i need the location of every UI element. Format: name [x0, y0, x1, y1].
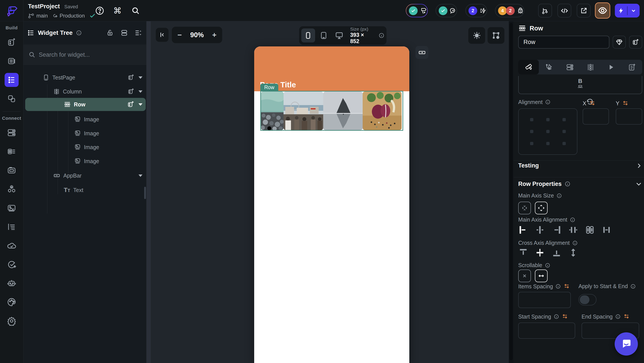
add-widget-button[interactable] [629, 36, 642, 49]
main-axis-size-max-button[interactable] [535, 202, 548, 214]
tab-documentation[interactable] [622, 60, 642, 74]
cross-align-end-icon[interactable] [552, 248, 562, 258]
lint-status-pill[interactable]: 2 [466, 4, 487, 17]
support-chat-button[interactable] [615, 332, 638, 356]
info-icon[interactable] [556, 284, 561, 289]
tree-row-image[interactable]: Image [24, 113, 146, 126]
light-mode-toggle[interactable] [468, 27, 485, 44]
database-nav-icon[interactable] [4, 126, 19, 140]
flutterflow-logo[interactable] [0, 0, 24, 21]
premium-diamond-button[interactable] [613, 36, 626, 49]
tab-animations[interactable] [601, 60, 622, 74]
tree-row-image[interactable]: Image [24, 141, 146, 153]
start-spacing-input[interactable] [518, 323, 575, 339]
run-lightning-icon[interactable] [615, 4, 627, 17]
properties-scrollbar[interactable] [509, 21, 514, 363]
tree-row-column[interactable]: Column [24, 85, 146, 98]
info-icon[interactable] [630, 284, 636, 289]
branching-button[interactable] [538, 4, 552, 17]
phone-device-button[interactable] [301, 28, 315, 42]
desktop-device-button[interactable] [332, 28, 346, 42]
zoom-out-button[interactable]: − [178, 31, 182, 39]
code-view-button[interactable] [558, 4, 571, 17]
info-icon[interactable] [545, 99, 550, 105]
info-icon[interactable] [554, 314, 559, 319]
widget-tree-nav-icon[interactable] [4, 73, 19, 87]
widget-search-bar[interactable]: Search for widget... [24, 44, 146, 65]
image-widget-rock[interactable] [323, 91, 363, 130]
scrollable-off-button[interactable] [518, 270, 531, 282]
settings-nav-icon[interactable] [4, 314, 19, 328]
ai-agent-nav-icon[interactable] [4, 276, 19, 290]
apply-start-end-toggle[interactable] [578, 294, 596, 306]
items-spacing-input[interactable] [518, 292, 571, 308]
alignment-x-input[interactable] [583, 108, 609, 125]
cross-align-start-icon[interactable] [518, 248, 528, 258]
row-menu-chevron[interactable] [138, 76, 142, 79]
api-calls-nav-icon[interactable] [4, 182, 19, 196]
help-icon[interactable] [95, 6, 105, 16]
tree-row-testpage[interactable]: TestPage [24, 71, 146, 84]
add-widget-icon[interactable] [128, 88, 134, 95]
add-widget-nav-icon[interactable] [4, 35, 19, 49]
main-align-space-between-icon[interactable] [568, 225, 578, 235]
lock-icon[interactable] [106, 29, 114, 36]
image-widget-crowd[interactable] [284, 91, 323, 130]
branch-name[interactable]: main [36, 13, 48, 19]
main-align-space-evenly-icon[interactable] [602, 225, 612, 235]
cross-align-stretch-icon[interactable] [568, 248, 578, 258]
add-widget-icon[interactable] [127, 101, 134, 108]
data-types-nav-icon[interactable] [4, 144, 19, 158]
set-from-variable-icon[interactable] [563, 283, 570, 290]
set-from-variable-icon[interactable] [562, 313, 568, 320]
add-widget-icon[interactable] [128, 74, 134, 81]
main-axis-size-min-button[interactable] [518, 202, 531, 214]
tree-row-appbar[interactable]: AppBar [24, 169, 146, 182]
set-from-variable-icon[interactable] [623, 313, 630, 320]
search-icon[interactable] [130, 6, 141, 16]
media-assets-nav-icon[interactable] [4, 201, 19, 215]
tablet-device-button[interactable] [317, 28, 331, 42]
row-menu-chevron[interactable] [138, 174, 142, 177]
scrollable-on-button[interactable] [535, 270, 548, 282]
tree-row-row-selected[interactable]: Row [24, 98, 146, 111]
command-menu-icon[interactable]: ⌘ [112, 6, 122, 16]
info-icon[interactable] [565, 181, 570, 187]
alignment-y-input[interactable] [616, 108, 642, 125]
tree-row-image[interactable]: Image [24, 155, 146, 167]
tree-row-image[interactable]: Image [24, 127, 146, 140]
tab-backend-query[interactable] [560, 60, 580, 74]
localization-nav-icon[interactable] [4, 220, 19, 234]
padding-bottom-control[interactable]: B [518, 76, 642, 94]
pages-nav-icon[interactable] [4, 54, 19, 68]
info-icon[interactable] [572, 240, 578, 246]
panel-resize-gutter[interactable] [146, 21, 151, 363]
review-status-pill[interactable] [406, 4, 428, 17]
row-properties-section-header[interactable]: Row Properties [518, 180, 642, 187]
appbar-quick-button[interactable] [416, 46, 428, 59]
cross-align-center-icon[interactable] [535, 248, 545, 258]
set-from-variable-icon[interactable] [589, 100, 596, 107]
row-menu-chevron[interactable] [138, 90, 142, 93]
canvas-settings-button[interactable] [488, 27, 504, 44]
design-canvas[interactable]: − 90% + Size (px) 393 × 852 Pa [151, 21, 509, 363]
alignment-grid[interactable] [518, 108, 578, 155]
sort-expand-icon[interactable] [134, 29, 142, 37]
info-icon[interactable] [76, 30, 82, 36]
environment-name[interactable]: Production [60, 13, 85, 19]
info-icon[interactable] [570, 217, 575, 222]
share-export-button[interactable] [577, 4, 590, 17]
collapse-panel-button[interactable] [156, 28, 168, 42]
info-icon[interactable] [615, 314, 620, 319]
tree-row-text[interactable]: TT Text [24, 184, 146, 196]
testing-section[interactable]: Testing [518, 162, 642, 169]
preview-eye-button[interactable] [595, 2, 610, 18]
info-icon[interactable] [379, 33, 384, 38]
main-align-center-icon[interactable] [535, 225, 545, 235]
image-widget-vegetables[interactable] [363, 91, 402, 130]
tab-properties[interactable] [518, 60, 539, 74]
main-align-end-icon[interactable] [552, 225, 562, 235]
info-icon[interactable] [545, 263, 550, 268]
components-nav-icon[interactable] [4, 92, 19, 106]
row-widget-selected[interactable] [260, 91, 403, 131]
